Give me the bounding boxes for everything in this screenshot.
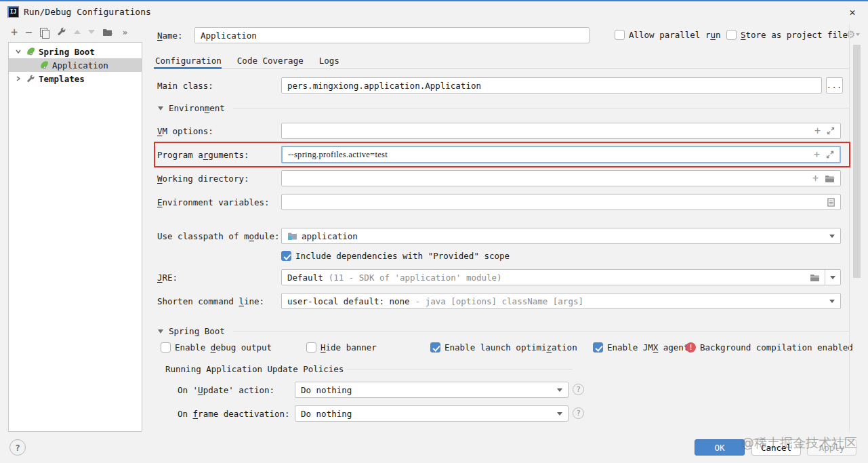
- configurations-toolbar: + − »: [11, 25, 127, 39]
- on-update-action-combobox[interactable]: Do nothing: [295, 382, 569, 398]
- shorten-command-line-label: Shorten command line:: [157, 296, 264, 306]
- name-input[interactable]: [194, 27, 590, 43]
- enable-launch-optimization-checkbox[interactable]: Enable launch optimization: [430, 342, 577, 353]
- add-icon[interactable]: +: [814, 127, 821, 135]
- folder-icon[interactable]: [825, 174, 835, 183]
- spring-boot-section-header: Spring Boot: [158, 326, 849, 336]
- program-arguments-input[interactable]: --spring.profiles.active=test +: [281, 146, 841, 163]
- more-actions-icon[interactable]: »: [123, 27, 128, 37]
- add-configuration-icon[interactable]: +: [11, 26, 18, 37]
- collapse-triangle-icon[interactable]: [158, 106, 163, 110]
- active-tab-underline: [154, 67, 222, 69]
- cancel-button[interactable]: Cancel: [751, 439, 801, 456]
- wrench-icon: [26, 75, 35, 83]
- intellij-logo-icon: IJ: [7, 6, 19, 18]
- chevron-down-icon[interactable]: [15, 48, 22, 55]
- tree-item-label: Spring Boot: [39, 47, 95, 57]
- shorten-command-line-combobox[interactable]: user-local default: none - java [options…: [281, 293, 841, 309]
- tab-bar: Configuration Code Coverage Logs: [155, 56, 339, 66]
- vm-options-input[interactable]: +: [281, 123, 841, 139]
- enable-debug-output-checkbox[interactable]: Enable debug output: [161, 342, 272, 353]
- new-folder-icon[interactable]: [102, 28, 112, 37]
- expand-icon[interactable]: [827, 127, 835, 135]
- environment-variables-label: Environment variables:: [157, 197, 270, 207]
- checkbox-label: Store as project file: [741, 30, 848, 40]
- section-line: [233, 331, 849, 331]
- store-as-project-file-checkbox[interactable]: Store as project file: [726, 30, 848, 40]
- error-icon: !: [686, 342, 696, 353]
- checkbox-box[interactable]: [306, 342, 316, 353]
- main-class-browse-button[interactable]: ...: [826, 77, 843, 94]
- hide-banner-checkbox[interactable]: Hide banner: [306, 342, 377, 353]
- environment-section-header: Environment: [158, 103, 849, 113]
- working-directory-input[interactable]: +: [281, 170, 841, 186]
- checkbox-box[interactable]: [430, 342, 440, 353]
- move-down-icon[interactable]: [88, 30, 95, 34]
- add-icon[interactable]: +: [812, 174, 819, 182]
- help-icon[interactable]: ?: [573, 384, 584, 395]
- section-line: [346, 369, 573, 369]
- checkbox-box[interactable]: [281, 251, 291, 261]
- checkbox-box[interactable]: [615, 30, 625, 40]
- main-class-input[interactable]: pers.mingxiong.application.Application: [281, 77, 822, 94]
- add-icon[interactable]: +: [814, 150, 820, 159]
- jre-combobox[interactable]: Default (11 - SDK of 'application' modul…: [281, 269, 841, 285]
- classpath-module-label: Use classpath of module:: [157, 231, 280, 241]
- allow-parallel-run-checkbox[interactable]: Allow parallel run: [615, 30, 720, 40]
- edit-templates-wrench-icon[interactable]: [57, 27, 66, 37]
- help-button[interactable]: ?: [9, 439, 26, 456]
- dropdown-arrow-icon[interactable]: [829, 300, 835, 303]
- tab-logs[interactable]: Logs: [319, 56, 339, 66]
- on-frame-deactivation-combobox[interactable]: Do nothing: [295, 405, 569, 422]
- move-up-icon[interactable]: [74, 30, 81, 34]
- browse-variables-icon[interactable]: [827, 198, 835, 207]
- on-frame-deactivation-label: On frame deactivation:: [178, 409, 290, 419]
- provided-scope-checkbox[interactable]: Include dependencies with "Provided" sco…: [281, 251, 510, 261]
- dropdown-arrow-icon[interactable]: [825, 270, 840, 285]
- background-compilation-warning: ! Background compilation enabled: [686, 342, 853, 353]
- checkbox-label: Include dependencies with "Provided" sco…: [295, 251, 510, 261]
- run-debug-configurations-dialog: IJ Run/Debug Configurations ✕ + − » Spri…: [0, 0, 868, 463]
- configurations-tree: Spring Boot Application Templates: [8, 42, 142, 432]
- apply-button[interactable]: Apply: [807, 439, 856, 456]
- spring-boot-icon: [40, 61, 49, 70]
- checkbox-box[interactable]: [161, 342, 171, 353]
- update-policies-section-header: Running Application Update Policies: [165, 364, 573, 374]
- jre-browse-folder-icon[interactable]: [805, 270, 825, 285]
- dropdown-arrow-icon[interactable]: [829, 235, 835, 238]
- tree-item-application[interactable]: Application: [9, 58, 142, 72]
- checkbox-label: Enable JMX agent: [607, 342, 688, 353]
- checkbox-label: Enable launch optimization: [445, 342, 577, 353]
- ok-button[interactable]: OK: [695, 439, 745, 456]
- working-directory-label: Working directory:: [157, 174, 249, 184]
- dropdown-arrow-icon[interactable]: [557, 412, 562, 416]
- tab-code-coverage[interactable]: Code Coverage: [237, 56, 304, 66]
- environment-variables-input[interactable]: [281, 194, 841, 210]
- section-line: [233, 108, 849, 108]
- vm-options-label: VM options:: [157, 126, 213, 136]
- enable-jmx-agent-checkbox[interactable]: Enable JMX agent: [593, 342, 688, 353]
- help-icon[interactable]: ?: [573, 407, 584, 419]
- collapse-triangle-icon[interactable]: [158, 329, 163, 334]
- copy-configuration-icon[interactable]: [40, 28, 47, 37]
- checkbox-box[interactable]: [726, 30, 737, 40]
- warning-text: Background compilation enabled: [700, 342, 853, 353]
- section-title: Running Application Update Policies: [165, 364, 344, 374]
- vertical-scrollbar[interactable]: [853, 45, 861, 278]
- tree-item-templates[interactable]: Templates: [9, 72, 142, 85]
- classpath-module-combobox[interactable]: application: [281, 228, 841, 244]
- dropdown-arrow-icon[interactable]: [557, 388, 562, 392]
- expand-icon[interactable]: [826, 150, 834, 159]
- tab-configuration[interactable]: Configuration: [155, 56, 222, 66]
- checkbox-box[interactable]: [593, 342, 603, 353]
- spring-boot-icon: [26, 47, 35, 56]
- window-title: Run/Debug Configurations: [24, 7, 151, 17]
- tab-separator: [154, 68, 849, 69]
- module-icon: [287, 232, 297, 240]
- tree-item-label: Templates: [39, 74, 85, 84]
- chevron-right-icon[interactable]: [15, 75, 22, 82]
- remove-configuration-icon[interactable]: −: [25, 26, 32, 37]
- tree-item-spring-boot[interactable]: Spring Boot: [9, 45, 142, 58]
- close-icon[interactable]: ✕: [845, 5, 860, 20]
- section-title: Spring Boot: [169, 326, 225, 336]
